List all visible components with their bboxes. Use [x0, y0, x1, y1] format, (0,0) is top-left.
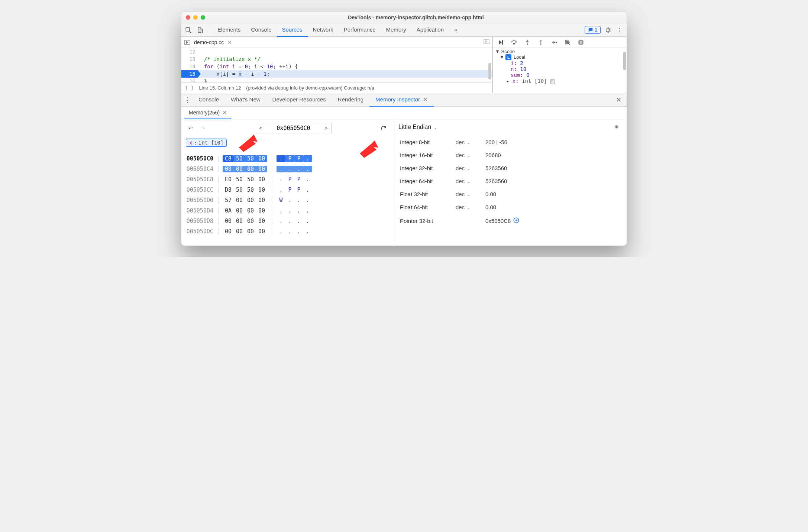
tab-network[interactable]: Network: [308, 23, 339, 37]
hex-row[interactable]: 005050DC00000000....: [186, 226, 388, 237]
step-into-icon[interactable]: [523, 38, 532, 47]
var-row[interactable]: i: 2: [495, 60, 624, 66]
hex-byte[interactable]: 00: [245, 228, 256, 235]
hex-byte[interactable]: 57: [223, 197, 234, 204]
hex-byte[interactable]: 00: [234, 166, 245, 172]
hex-byte[interactable]: 00: [234, 218, 245, 224]
pointer-value[interactable]: 0x5050C8: [485, 217, 520, 225]
hex-byte[interactable]: 00: [223, 218, 234, 224]
drawer-menu-icon[interactable]: ⋮: [184, 96, 191, 104]
close-drawer-icon[interactable]: ✕: [613, 96, 624, 104]
encoding-select[interactable]: dec ⌄: [456, 204, 470, 210]
redo-icon[interactable]: ↷: [198, 123, 208, 133]
tab-memory[interactable]: Memory: [381, 23, 411, 37]
next-page-icon[interactable]: >: [321, 124, 331, 133]
hex-byte[interactable]: 00: [256, 186, 267, 193]
jump-to-address-icon[interactable]: [513, 217, 520, 225]
maximize-window-button[interactable]: [201, 15, 205, 20]
hex-byte[interactable]: 00: [256, 207, 267, 214]
drawer-tab-memory-inspector[interactable]: Memory Inspector✕: [369, 93, 434, 107]
hex-byte[interactable]: 00: [245, 166, 256, 172]
step-icon[interactable]: [549, 38, 559, 47]
var-row[interactable]: n: 10: [495, 66, 624, 72]
hex-byte[interactable]: 50: [234, 186, 245, 193]
close-icon[interactable]: ✕: [423, 96, 428, 103]
deactivate-breakpoints-icon[interactable]: [563, 38, 572, 47]
code-editor[interactable]: 12 13 14 15 16 17 /* initialize x */ for…: [181, 48, 492, 82]
wasm-link[interactable]: demo-cpp.wasm: [306, 85, 341, 91]
more-tabs-icon[interactable]: [484, 39, 489, 45]
step-out-icon[interactable]: [536, 38, 546, 47]
hex-byte[interactable]: 00: [245, 197, 256, 204]
hex-byte[interactable]: D8: [223, 186, 234, 193]
prev-page-icon[interactable]: <: [256, 124, 266, 133]
hex-byte[interactable]: 00: [223, 166, 234, 172]
encoding-select[interactable]: dec ⌄: [456, 178, 470, 184]
hex-byte[interactable]: 50: [245, 176, 256, 183]
scope-section[interactable]: ▼ Scope: [495, 49, 624, 54]
hex-row[interactable]: 005050C8E0505000.PP.: [186, 174, 388, 185]
hex-row[interactable]: 005050D057000000W...: [186, 195, 388, 205]
hex-byte[interactable]: 00: [256, 218, 267, 224]
undo-icon[interactable]: ↶: [186, 123, 195, 133]
interpreter-settings-icon[interactable]: [612, 122, 621, 132]
hex-row[interactable]: 005050C400000000....: [186, 164, 388, 174]
close-icon[interactable]: ✕: [227, 39, 232, 45]
hex-byte[interactable]: E0: [223, 176, 234, 183]
scope-local[interactable]: ▼ L Local: [495, 54, 624, 60]
tab-elements[interactable]: Elements: [212, 23, 246, 37]
tab-sources[interactable]: Sources: [277, 23, 308, 37]
hex-byte[interactable]: 00: [234, 197, 245, 204]
hex-byte[interactable]: 00: [234, 228, 245, 235]
settings-icon[interactable]: [603, 25, 613, 35]
memory-icon[interactable]: ⠿: [550, 80, 555, 84]
source-file-tab[interactable]: demo-cpp.cc ✕: [194, 39, 232, 45]
drawer-tab-devresources[interactable]: Developer Resources: [266, 93, 332, 107]
hex-byte[interactable]: 00: [256, 155, 267, 162]
close-window-button[interactable]: [186, 15, 190, 20]
encoding-select[interactable]: dec ⌄: [456, 191, 470, 197]
memory-buffer-tab[interactable]: Memory(256)✕: [184, 107, 232, 119]
var-row[interactable]: sum: 0: [495, 72, 624, 78]
hex-byte[interactable]: 50: [245, 186, 256, 193]
hex-byte[interactable]: 00: [223, 228, 234, 235]
device-toolbar-icon[interactable]: [195, 25, 205, 35]
hex-byte[interactable]: 50: [245, 155, 256, 162]
pretty-print-icon[interactable]: { }: [185, 85, 194, 91]
refresh-icon[interactable]: [379, 123, 388, 133]
hex-row[interactable]: 005050CCD8505000.PP.: [186, 185, 388, 195]
address-field[interactable]: [266, 123, 321, 133]
object-chip[interactable]: x: int [10]: [186, 139, 227, 147]
hex-byte[interactable]: 0A: [223, 207, 234, 214]
hex-byte[interactable]: 00: [256, 197, 267, 204]
kebab-menu-icon[interactable]: ⋮: [615, 25, 624, 35]
tab-application[interactable]: Application: [411, 23, 449, 37]
hex-byte[interactable]: 50: [234, 155, 245, 162]
hex-row[interactable]: 005050C0C8505000.PP.: [186, 153, 388, 164]
hex-row[interactable]: 005050D800000000....: [186, 216, 388, 226]
messages-count[interactable]: 1: [585, 26, 601, 34]
var-row[interactable]: ▸ x: int [10] ⠿: [495, 78, 624, 84]
scrollbar-thumb[interactable]: [623, 52, 626, 70]
hex-byte[interactable]: 00: [256, 176, 267, 183]
endianness-select[interactable]: Little Endian ⌄: [398, 124, 437, 130]
hex-byte[interactable]: 00: [245, 207, 256, 214]
drawer-tab-rendering[interactable]: Rendering: [332, 93, 369, 107]
inspect-element-icon[interactable]: [184, 25, 193, 35]
hex-byte[interactable]: C8: [223, 155, 234, 162]
hex-byte[interactable]: 00: [256, 228, 267, 235]
hex-byte[interactable]: 50: [234, 176, 245, 183]
tab-overflow[interactable]: »: [449, 23, 462, 37]
close-icon[interactable]: ✕: [223, 110, 227, 116]
minimize-window-button[interactable]: [193, 15, 198, 20]
hex-byte[interactable]: 00: [245, 218, 256, 224]
navigator-toggle-icon[interactable]: [184, 40, 191, 45]
hex-byte[interactable]: 00: [256, 166, 267, 172]
scrollbar-thumb[interactable]: [488, 63, 491, 80]
drawer-tab-whatsnew[interactable]: What's New: [225, 93, 266, 107]
drawer-tab-console[interactable]: Console: [193, 93, 225, 107]
hex-row[interactable]: 005050D40A000000....: [186, 205, 388, 216]
resume-icon[interactable]: [496, 38, 505, 47]
encoding-select[interactable]: dec ⌄: [456, 165, 470, 171]
tab-console[interactable]: Console: [246, 23, 277, 37]
